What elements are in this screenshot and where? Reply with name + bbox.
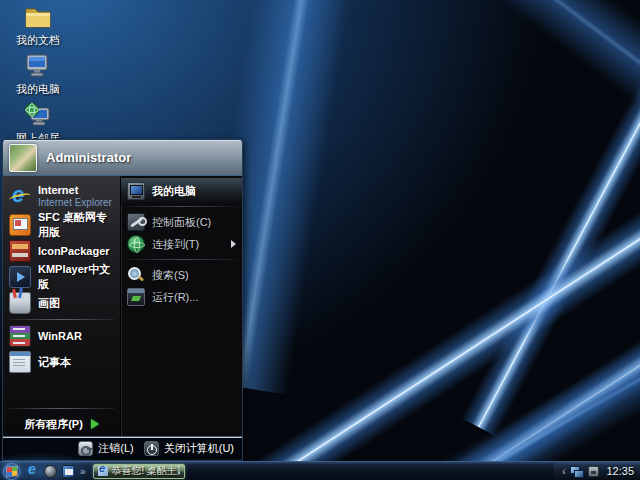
submenu-arrow-icon xyxy=(231,240,236,248)
start-menu-user-panel: Administrator xyxy=(3,140,242,176)
ie-page-icon xyxy=(98,466,108,476)
log-off-label: 注销(L) xyxy=(98,441,133,456)
start-item-my-computer[interactable]: 我的电脑 xyxy=(121,180,242,202)
log-off-button[interactable]: 注销(L) xyxy=(78,441,133,456)
menu-separator xyxy=(8,319,115,320)
taskbar-task-button[interactable]: 恭喜您! 桌酷主题... xyxy=(93,464,185,479)
start-menu: Administrator Internet Internet Explorer… xyxy=(2,139,243,461)
quick-launch-bar: » xyxy=(26,465,85,478)
network-tray-icon[interactable] xyxy=(570,466,583,477)
start-item-label: SFC 桌酷网专用版 xyxy=(38,210,116,240)
desktop-icon-label: 我的文档 xyxy=(6,34,70,46)
ime-tray-icon[interactable] xyxy=(588,466,599,477)
start-menu-right-column: 我的电脑 控制面板(C) 连接到(T) xyxy=(121,176,242,436)
taskbar-clock: 12:35 xyxy=(606,465,634,477)
shut-down-label: 关闭计算机(U) xyxy=(164,441,234,456)
power-icon xyxy=(144,441,159,456)
media-player-quicklaunch-icon[interactable] xyxy=(44,465,57,478)
desktop-icon-network-places[interactable]: 网上邻居 xyxy=(6,102,70,144)
desktop-icon-my-documents[interactable]: 我的文档 xyxy=(6,5,70,46)
start-menu-footer: 注销(L) 关闭计算机(U) xyxy=(3,436,242,460)
start-item-label: IconPackager xyxy=(38,245,110,257)
run-icon xyxy=(127,288,145,306)
quicklaunch-overflow-chevron[interactable]: » xyxy=(80,466,85,477)
right-column-group: 我的电脑 xyxy=(121,178,242,204)
connect-to-icon xyxy=(127,235,145,253)
start-item-paint[interactable]: 画图 xyxy=(3,290,120,316)
right-column-group: 搜索(S) 运行(R)... xyxy=(121,262,242,310)
start-item-winrar[interactable]: WinRAR xyxy=(3,323,120,349)
start-item-label: 我的电脑 xyxy=(152,184,238,199)
menu-separator xyxy=(125,206,238,207)
paint-icon xyxy=(9,292,31,314)
start-item-label: 搜索(S) xyxy=(152,268,238,283)
desktop-icon-my-computer[interactable]: 我的电脑 xyxy=(6,53,70,95)
pinned-item-subtitle: Internet Explorer xyxy=(38,197,112,208)
start-item-label: 控制面板(C) xyxy=(152,215,238,230)
task-button-label: 恭喜您! 桌酷主题... xyxy=(112,464,180,478)
start-item-kmplayer[interactable]: KMPlayer中文版 xyxy=(3,264,120,290)
my-computer-icon xyxy=(127,182,145,200)
kmplayer-icon xyxy=(9,266,31,288)
start-item-label: 记事本 xyxy=(38,355,71,370)
start-item-sfc[interactable]: SFC 桌酷网专用版 xyxy=(3,212,120,238)
internet-explorer-quicklaunch-icon[interactable] xyxy=(26,465,39,478)
notepad-icon xyxy=(9,351,31,373)
menu-separator xyxy=(8,408,115,409)
iconpackager-icon xyxy=(9,240,31,262)
desktop-icon-label: 我的电脑 xyxy=(6,83,70,95)
start-item-iconpackager[interactable]: IconPackager xyxy=(3,238,120,264)
user-avatar xyxy=(9,144,37,172)
right-column-group: 控制面板(C) 连接到(T) xyxy=(121,209,242,257)
search-icon xyxy=(127,266,145,284)
network-places-icon xyxy=(24,102,52,127)
start-item-control-panel[interactable]: 控制面板(C) xyxy=(121,211,242,233)
taskbar: » 恭喜您! 桌酷主题... ‹ 12:35 xyxy=(0,461,640,480)
log-off-key-icon xyxy=(78,441,93,456)
left-column-spacer xyxy=(3,375,120,405)
all-programs-button[interactable]: 所有程序(P) xyxy=(3,412,120,436)
pinned-item-title: Internet xyxy=(38,184,112,197)
start-item-connect-to[interactable]: 连接到(T) xyxy=(121,233,242,255)
windows-flag-icon xyxy=(7,466,17,476)
start-item-notepad[interactable]: 记事本 xyxy=(3,349,120,375)
desktop-screen: 我的文档 我的电脑 网上邻居 Administrator xyxy=(0,0,640,480)
start-item-search[interactable]: 搜索(S) xyxy=(121,264,242,286)
internet-explorer-icon xyxy=(9,185,31,207)
start-item-internet[interactable]: Internet Internet Explorer xyxy=(3,179,120,212)
shut-down-button[interactable]: 关闭计算机(U) xyxy=(144,441,234,456)
winrar-icon xyxy=(9,325,31,347)
tray-collapse-chevron[interactable]: ‹ xyxy=(562,466,565,477)
system-tray: ‹ 12:35 xyxy=(554,462,640,480)
control-panel-icon xyxy=(127,213,145,231)
my-computer-icon xyxy=(24,53,52,78)
start-item-label: WinRAR xyxy=(38,330,82,342)
all-programs-label: 所有程序(P) xyxy=(24,417,83,432)
all-programs-arrow-icon xyxy=(91,419,99,429)
start-menu-body: Internet Internet Explorer SFC 桌酷网专用版 Ic… xyxy=(3,176,242,436)
user-name: Administrator xyxy=(46,150,131,165)
start-item-run[interactable]: 运行(R)... xyxy=(121,286,242,308)
start-item-label: 连接到(T) xyxy=(152,237,224,252)
start-button[interactable] xyxy=(3,463,20,480)
messenger-quicklaunch-icon[interactable] xyxy=(62,465,75,478)
start-item-label: 运行(R)... xyxy=(152,290,238,305)
start-item-label: KMPlayer中文版 xyxy=(38,262,116,292)
start-menu-left-column: Internet Internet Explorer SFC 桌酷网专用版 Ic… xyxy=(3,176,121,436)
my-documents-folder-icon xyxy=(24,5,52,29)
sfc-icon xyxy=(9,214,31,236)
start-item-label: 画图 xyxy=(38,296,60,311)
menu-separator xyxy=(125,259,238,260)
